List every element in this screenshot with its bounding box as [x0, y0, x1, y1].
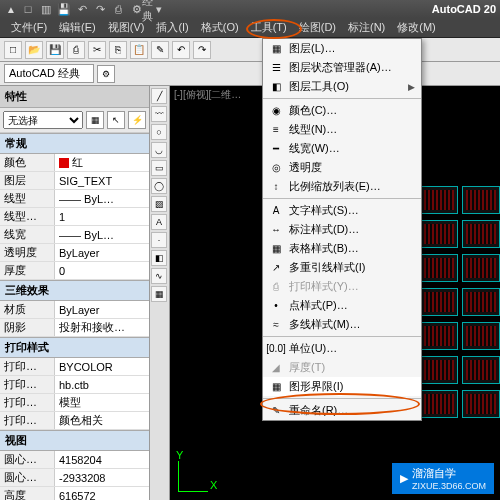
property-row[interactable]: 材质ByLayer: [0, 301, 149, 319]
menu-item[interactable]: ✎重命名(R)…: [263, 401, 421, 420]
thumb[interactable]: [462, 288, 500, 316]
tool-circle-icon[interactable]: ○: [151, 124, 167, 140]
menu-item[interactable]: ↕比例缩放列表(E)…: [263, 177, 421, 196]
thumb[interactable]: [462, 220, 500, 248]
menu-item[interactable]: ▦表格样式(B)…: [263, 239, 421, 258]
menu-view[interactable]: 视图(V): [103, 18, 150, 37]
tool-text-icon[interactable]: A: [151, 214, 167, 230]
property-value[interactable]: 模型: [55, 394, 149, 411]
menu-item[interactable]: ◉颜色(C)…: [263, 101, 421, 120]
property-row[interactable]: 打印…hb.ctb: [0, 376, 149, 394]
menu-item[interactable]: ☰图层状态管理器(A)…: [263, 58, 421, 77]
menu-dim[interactable]: 标注(N): [343, 18, 390, 37]
property-row[interactable]: 线型—— ByL…: [0, 190, 149, 208]
property-value[interactable]: ByLayer: [55, 301, 149, 318]
property-row[interactable]: 阴影投射和接收…: [0, 319, 149, 337]
property-value[interactable]: 红: [55, 154, 149, 171]
tool-line-icon[interactable]: ╱: [151, 88, 167, 104]
group-3d[interactable]: 三维效果: [0, 280, 149, 301]
thumb[interactable]: [462, 254, 500, 282]
thumb[interactable]: [420, 288, 458, 316]
property-row[interactable]: 打印…颜色相关: [0, 412, 149, 430]
menu-item[interactable]: [0.0]单位(U)…: [263, 339, 421, 358]
thumb[interactable]: [462, 390, 500, 418]
qat-print-icon[interactable]: ⎙: [111, 2, 125, 16]
property-row[interactable]: 圆心…4158204: [0, 451, 149, 469]
menu-item[interactable]: ◎透明度: [263, 158, 421, 177]
thumb[interactable]: [420, 254, 458, 282]
menu-item[interactable]: A文字样式(S)…: [263, 201, 421, 220]
property-value[interactable]: hb.ctb: [55, 376, 149, 393]
tool-ellipse-icon[interactable]: ◯: [151, 178, 167, 194]
menu-item[interactable]: ▦图层(L)…: [263, 39, 421, 58]
property-value[interactable]: 0: [55, 262, 149, 279]
tool-new-icon[interactable]: □: [4, 41, 22, 59]
workspace-combo[interactable]: AutoCAD 经典: [4, 64, 94, 83]
tool-arc-icon[interactable]: ◡: [151, 142, 167, 158]
menu-file[interactable]: 文件(F): [6, 18, 52, 37]
menu-format[interactable]: 格式(O): [196, 18, 244, 37]
menu-draw[interactable]: 绘图(D): [294, 18, 341, 37]
thumb[interactable]: [420, 220, 458, 248]
tool-rect-icon[interactable]: ▭: [151, 160, 167, 176]
property-row[interactable]: 透明度ByLayer: [0, 244, 149, 262]
ws-gear-icon[interactable]: ⚙: [97, 65, 115, 83]
tool-open-icon[interactable]: 📂: [25, 41, 43, 59]
property-row[interactable]: 线型…1: [0, 208, 149, 226]
qat-redo-icon[interactable]: ↷: [93, 2, 107, 16]
menu-modify[interactable]: 修改(M): [392, 18, 441, 37]
menu-item[interactable]: ≈多线样式(M)…: [263, 315, 421, 334]
menu-item[interactable]: •点样式(P)…: [263, 296, 421, 315]
tool-pline-icon[interactable]: 〰: [151, 106, 167, 122]
property-value[interactable]: 616572: [55, 487, 149, 500]
tool-point-icon[interactable]: ·: [151, 232, 167, 248]
tool-save-icon[interactable]: 💾: [46, 41, 64, 59]
thumb[interactable]: [420, 390, 458, 418]
menu-edit[interactable]: 编辑(E): [54, 18, 101, 37]
qat-undo-icon[interactable]: ↶: [75, 2, 89, 16]
property-row[interactable]: 图层SIG_TEXT: [0, 172, 149, 190]
tool-undo-icon[interactable]: ↶: [172, 41, 190, 59]
property-value[interactable]: —— ByL…: [55, 226, 149, 243]
select-objects-icon[interactable]: ↖: [107, 111, 125, 129]
thumb[interactable]: [420, 322, 458, 350]
property-value[interactable]: 1: [55, 208, 149, 225]
viewport-label[interactable]: [-][俯视][二维…: [174, 88, 241, 102]
property-row[interactable]: 线宽—— ByL…: [0, 226, 149, 244]
thumb[interactable]: [462, 322, 500, 350]
tool-redo-icon[interactable]: ↷: [193, 41, 211, 59]
menu-insert[interactable]: 插入(I): [151, 18, 193, 37]
property-value[interactable]: -2933208: [55, 469, 149, 486]
property-row[interactable]: 高度616572: [0, 487, 149, 500]
menu-tools[interactable]: 工具(T): [246, 18, 292, 37]
thumb[interactable]: [420, 186, 458, 214]
property-row[interactable]: 厚度0: [0, 262, 149, 280]
menu-item[interactable]: ↔标注样式(D)…: [263, 220, 421, 239]
property-value[interactable]: 投射和接收…: [55, 319, 149, 336]
property-value[interactable]: BYCOLOR: [55, 358, 149, 375]
qat-save-icon[interactable]: 💾: [57, 2, 71, 16]
menu-item[interactable]: ◧图层工具(O)▶: [263, 77, 421, 96]
menu-item[interactable]: ≡线型(N)…: [263, 120, 421, 139]
property-value[interactable]: SIG_TEXT: [55, 172, 149, 189]
qat-open-icon[interactable]: ▥: [39, 2, 53, 16]
property-row[interactable]: 圆心…-2933208: [0, 469, 149, 487]
thumb[interactable]: [420, 356, 458, 384]
property-row[interactable]: 打印…模型: [0, 394, 149, 412]
property-value[interactable]: 4158204: [55, 451, 149, 468]
thumb[interactable]: [462, 186, 500, 214]
property-row[interactable]: 颜色红: [0, 154, 149, 172]
thumb[interactable]: [462, 356, 500, 384]
property-value[interactable]: ByLayer: [55, 244, 149, 261]
tool-hatch-icon[interactable]: ▨: [151, 196, 167, 212]
selection-combo[interactable]: 无选择: [3, 111, 83, 129]
property-value[interactable]: 颜色相关: [55, 412, 149, 429]
toggle-pickadd-icon[interactable]: ▦: [86, 111, 104, 129]
tool-paste-icon[interactable]: 📋: [130, 41, 148, 59]
qat-ws-dropdown[interactable]: ⚙经典▾: [129, 2, 165, 16]
property-row[interactable]: 打印…BYCOLOR: [0, 358, 149, 376]
qat-new-icon[interactable]: □: [21, 2, 35, 16]
group-view[interactable]: 视图: [0, 430, 149, 451]
tool-copy-icon[interactable]: ⎘: [109, 41, 127, 59]
tool-region-icon[interactable]: ◧: [151, 250, 167, 266]
